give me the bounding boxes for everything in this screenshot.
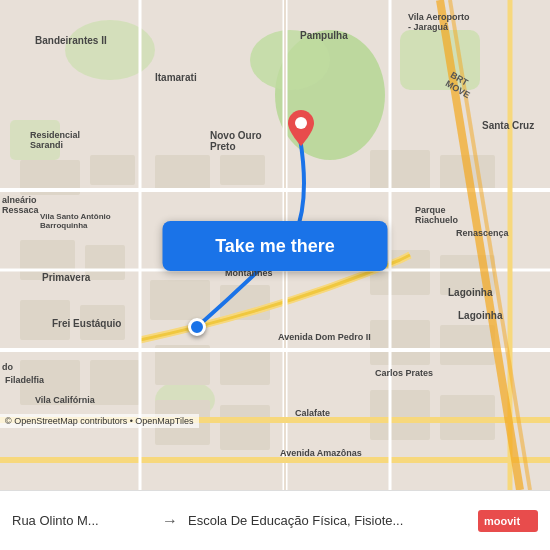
svg-point-2 bbox=[250, 30, 330, 90]
svg-rect-17 bbox=[150, 280, 210, 320]
svg-point-41 bbox=[295, 117, 307, 129]
svg-rect-22 bbox=[220, 405, 270, 450]
origin-marker bbox=[188, 318, 206, 336]
origin-label: Rua Olinto M... bbox=[12, 513, 152, 528]
svg-rect-8 bbox=[90, 155, 135, 185]
svg-text:moovit: moovit bbox=[484, 515, 520, 527]
svg-rect-13 bbox=[20, 360, 80, 405]
map-attribution: © OpenStreetMap contributors • OpenMapTi… bbox=[0, 414, 199, 428]
moovit-logo-svg: moovit bbox=[478, 510, 538, 532]
svg-rect-5 bbox=[10, 120, 60, 160]
svg-rect-16 bbox=[220, 155, 265, 185]
svg-rect-11 bbox=[20, 300, 70, 340]
destination-marker bbox=[288, 110, 312, 142]
arrow-icon: → bbox=[162, 512, 178, 530]
svg-rect-23 bbox=[370, 150, 430, 190]
take-me-there-button[interactable]: Take me there bbox=[163, 221, 388, 271]
moovit-logo: moovit bbox=[478, 510, 538, 532]
svg-rect-20 bbox=[220, 350, 270, 385]
svg-rect-9 bbox=[20, 240, 75, 280]
svg-rect-12 bbox=[80, 305, 125, 340]
bottom-bar: Rua Olinto M... → Escola De Educação Fís… bbox=[0, 490, 550, 550]
svg-rect-15 bbox=[155, 155, 210, 190]
svg-rect-27 bbox=[370, 320, 430, 365]
svg-rect-10 bbox=[85, 245, 125, 280]
map-container: Bandeirantes II Itamarati Pampulha Vila … bbox=[0, 0, 550, 490]
destination-label: Escola De Educação Física, Fisiote... bbox=[188, 513, 468, 528]
svg-rect-14 bbox=[90, 360, 140, 405]
svg-rect-28 bbox=[440, 325, 495, 365]
svg-rect-29 bbox=[370, 390, 430, 440]
